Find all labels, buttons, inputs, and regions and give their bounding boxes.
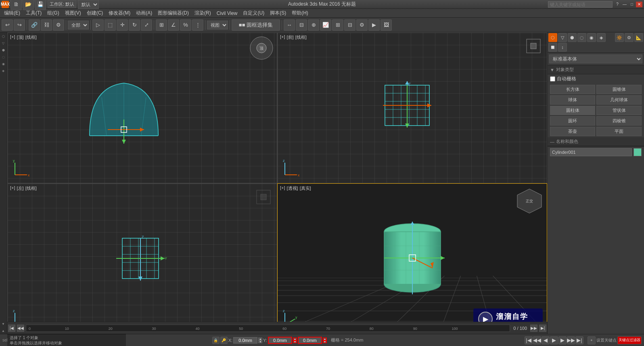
- coord-x-down[interactable]: ▼: [258, 340, 262, 343]
- tb-layer[interactable]: ⊕: [308, 19, 319, 31]
- left-tab-display[interactable]: ◉: [0, 61, 6, 67]
- coord-lock-btn[interactable]: 🔒: [212, 337, 220, 344]
- cmd-extra3-btn[interactable]: 📐: [634, 33, 643, 42]
- filter-dropdown[interactable]: 全部: [68, 21, 89, 29]
- view-dropdown[interactable]: 视图: [207, 21, 228, 29]
- pb-next-key[interactable]: ▶▶: [567, 336, 575, 344]
- tb-angle-snap[interactable]: ∠: [168, 19, 179, 31]
- tl-next-key[interactable]: ▶▶: [530, 325, 537, 332]
- nav-gizmo-top[interactable]: 顶: [249, 36, 274, 60]
- left-tab-create[interactable]: ⬡: [0, 33, 6, 40]
- menu-script[interactable]: 脚本(S): [268, 9, 289, 17]
- vp-top-plus[interactable]: [+]: [10, 34, 15, 40]
- cmd-obj-type-collapse[interactable]: ▼: [550, 67, 554, 72]
- nav-gizmo-front[interactable]: [523, 36, 544, 56]
- cmd-btn-plane[interactable]: 平面: [596, 127, 642, 136]
- pb-prev-key[interactable]: ◀◀: [533, 336, 541, 344]
- tl-track[interactable]: 0 10 20 30 40 50 60 70 80 90 100: [26, 325, 510, 332]
- tb-unlink[interactable]: ⛓: [41, 19, 52, 31]
- coord-y-input[interactable]: [268, 337, 292, 344]
- toolbar-open[interactable]: 📂: [23, 0, 34, 10]
- window-help-btn[interactable]: ?: [614, 2, 621, 7]
- vp-left-mode[interactable]: [线框]: [25, 185, 37, 191]
- cmd-obj-type-header[interactable]: ▼ 对象类型: [548, 65, 644, 74]
- tb-mirror[interactable]: ↔: [284, 19, 295, 31]
- tb-snaps[interactable]: ⊞: [156, 19, 167, 31]
- cmd-btn-geosphere[interactable]: 几何球体: [596, 95, 642, 105]
- pb-prev[interactable]: ◀: [542, 336, 550, 344]
- workspace-dropdown[interactable]: 默认: [78, 0, 99, 9]
- tb-move[interactable]: ✛: [117, 19, 128, 31]
- cmd-create-btn[interactable]: ⬡: [548, 33, 557, 42]
- vp-persp-view[interactable]: [透视]: [287, 185, 298, 191]
- tb-select-region[interactable]: ⬚: [105, 19, 116, 31]
- menu-create[interactable]: 创建(C): [84, 9, 106, 17]
- cmd-name-color-header[interactable]: — 名称和颜色: [548, 137, 644, 146]
- tb-select[interactable]: ▷: [92, 19, 104, 31]
- window-minimize-btn[interactable]: —: [621, 2, 628, 7]
- cmd-extra4-btn[interactable]: 🔲: [548, 43, 557, 52]
- menu-render[interactable]: 渲染(R): [192, 9, 213, 17]
- tb-align[interactable]: ⊟: [296, 19, 307, 31]
- menu-customize[interactable]: 自定义(U): [240, 9, 267, 17]
- tb-redo[interactable]: ↪: [14, 19, 25, 31]
- cmd-btn-cone[interactable]: 圆锥体: [596, 85, 642, 94]
- vp-front-plus[interactable]: [+]: [280, 34, 285, 40]
- coord-z-down[interactable]: ▼: [323, 340, 327, 343]
- tb-spinner-snap[interactable]: ⋮: [192, 19, 203, 31]
- autogrid-checkbox[interactable]: [550, 76, 555, 82]
- toolbar-save[interactable]: 💾: [35, 0, 46, 10]
- menu-civil-view[interactable]: Civil View: [214, 10, 240, 17]
- cmd-btn-pyramid[interactable]: 四棱锥: [596, 116, 642, 126]
- left-tab-hierarchy[interactable]: ⬢: [0, 47, 6, 53]
- coord-z-up[interactable]: ▲: [323, 338, 327, 340]
- vp-persp-plus[interactable]: [+]: [280, 185, 285, 191]
- left-tab-modify[interactable]: ▽: [0, 40, 6, 46]
- vp-persp-label[interactable]: [+] [透视] [真实]: [280, 185, 311, 191]
- coord-z-input[interactable]: [298, 337, 322, 344]
- coord-x-up[interactable]: ▲: [258, 338, 262, 340]
- object-color-swatch[interactable]: [634, 148, 642, 156]
- menu-tools[interactable]: 工具(T): [23, 9, 44, 17]
- tb-named-sel[interactable]: ■■ 圆框选择集: [232, 19, 280, 31]
- tb-scale[interactable]: ⤢: [141, 19, 152, 31]
- set-key-btn[interactable]: 关键点过滤器: [617, 336, 642, 344]
- tl-prev-frame[interactable]: |◀: [8, 325, 15, 332]
- pb-end[interactable]: ▶|: [575, 336, 583, 344]
- cmd-btn-tube[interactable]: 管状体: [596, 106, 642, 115]
- vp-left-label[interactable]: [+] [左] [线框]: [10, 185, 37, 191]
- tb-render[interactable]: ▶: [368, 19, 380, 31]
- cmd-extra2-btn[interactable]: ⚙: [625, 33, 634, 42]
- nav-gizmo-left[interactable]: [253, 187, 274, 207]
- cmd-btn-sphere[interactable]: 球体: [550, 95, 595, 105]
- window-close-btn[interactable]: ✕: [636, 2, 642, 7]
- menu-edit[interactable]: 编辑(E): [2, 9, 23, 17]
- vp-front-view[interactable]: [前]: [287, 34, 294, 40]
- menu-modifier[interactable]: 修改器(M): [106, 9, 133, 17]
- viewport-left[interactable]: [+] [左] [线框] Z Y: [7, 183, 277, 334]
- object-type-dropdown[interactable]: 标准基本体: [549, 55, 642, 63]
- tb-render-frame[interactable]: 🖼: [381, 19, 392, 31]
- left-tab-extra1[interactable]: ▼: [0, 321, 6, 327]
- add-time-mark-btn[interactable]: +: [588, 336, 596, 344]
- pb-play[interactable]: ▶: [550, 336, 558, 344]
- coord-y-down[interactable]: ▼: [293, 340, 297, 343]
- cmd-btn-box[interactable]: 长方体: [550, 85, 595, 94]
- coord-x-input[interactable]: [233, 337, 257, 344]
- vp-top-mode[interactable]: [线框]: [25, 34, 37, 40]
- object-name-input[interactable]: [550, 148, 632, 156]
- tl-next-frame[interactable]: ▶|: [539, 325, 546, 332]
- tb-material-editor[interactable]: ⊟: [344, 19, 355, 31]
- vp-left-plus[interactable]: [+]: [10, 185, 15, 191]
- vp-front-mode[interactable]: [线框]: [295, 34, 307, 40]
- cmd-utilities-btn[interactable]: ◈: [597, 33, 606, 42]
- tb-bind-space[interactable]: ⚙: [53, 19, 64, 31]
- vp-front-label[interactable]: [+] [前] [线框]: [280, 34, 307, 40]
- tb-undo[interactable]: ↩: [2, 19, 13, 31]
- toolbar-new[interactable]: 🗎: [10, 0, 22, 10]
- tb-schematic[interactable]: ⊞: [332, 19, 343, 31]
- cmd-motion-btn[interactable]: ◌: [577, 33, 586, 42]
- pb-start[interactable]: |◀: [525, 336, 533, 344]
- cmd-btn-cylinder[interactable]: 圆柱体: [550, 106, 595, 115]
- tb-render-setup[interactable]: ⚙: [356, 19, 368, 31]
